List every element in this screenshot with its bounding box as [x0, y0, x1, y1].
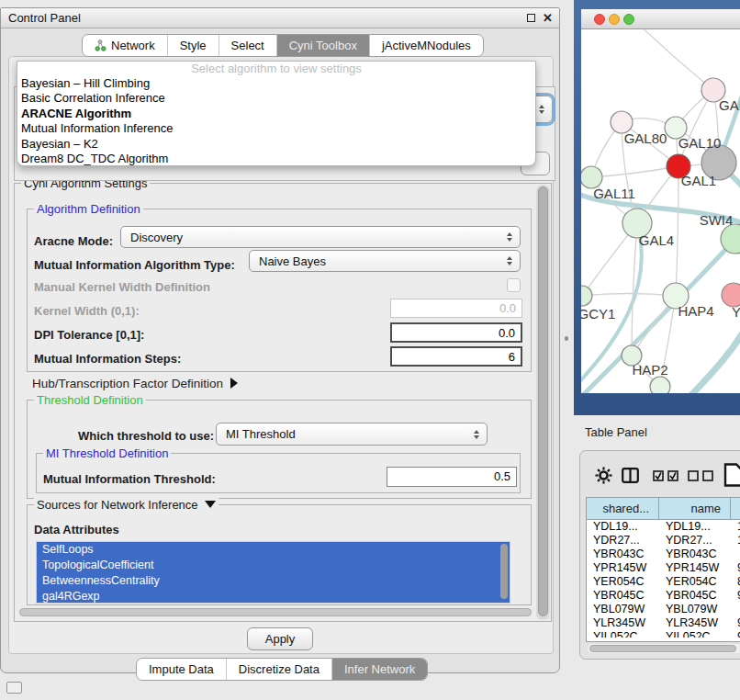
table-row[interactable]: YBR045C YBR045C 9. [587, 589, 740, 603]
hub-definition-label: Hub/Transcription Factor Definition [32, 377, 223, 390]
tab-infer-network-label: Infer Network [344, 662, 415, 676]
panel-splitter-handle[interactable] [565, 336, 568, 341]
column-header-cut[interactable] [731, 498, 740, 519]
which-threshold-select[interactable]: MI Threshold [216, 423, 488, 446]
node-bottom[interactable] [650, 377, 670, 393]
table-row[interactable]: YBR043C YBR043C [587, 548, 740, 561]
kernel-width-field[interactable]: 0.0 [390, 299, 522, 318]
minimize-traffic-light-icon[interactable] [609, 14, 620, 25]
tab-cyni-toolbox[interactable]: Cyni Toolbox [277, 35, 370, 56]
checked-boxes-icon[interactable] [653, 470, 680, 481]
data-attributes-list[interactable]: SelfLoops TopologicalCoefficient Between… [36, 541, 510, 604]
tab-network[interactable]: Network [83, 35, 168, 56]
node-label: GAL80 [624, 130, 667, 146]
table-hscrollbar[interactable] [588, 644, 740, 653]
tab-jactivemnodules-label: jActiveMNodules [382, 39, 471, 52]
node-label: GCY1 [581, 306, 615, 322]
apply-button[interactable]: Apply [247, 627, 313, 650]
node-label: GAL10 [678, 135, 722, 151]
tab-network-label: Network [111, 39, 155, 52]
dropdown-item[interactable]: Dream8 DC_TDC Algorithm [17, 152, 535, 166]
gear-icon[interactable] [595, 467, 612, 484]
zoom-traffic-light-icon[interactable] [623, 14, 634, 25]
tab-style-label: Style [180, 39, 207, 52]
cell: YBR045C [587, 589, 659, 603]
control-panel-title: Control Panel [1, 11, 81, 25]
algorithm-dropdown-popup: Select algorithm to view settings Bayesi… [17, 61, 536, 166]
cell: 9. [731, 616, 740, 630]
table-row-clipped[interactable]: YIL052C YIL052C 9. [587, 630, 740, 638]
table-row[interactable]: YER054C YER054C 8. [587, 575, 740, 589]
minimized-panel-icon[interactable] [6, 682, 22, 694]
table-row[interactable]: YBL079W YBL079W [587, 603, 740, 616]
tab-select-label: Select [231, 39, 264, 52]
aracne-mode-label: Aracne Mode: [34, 234, 113, 248]
network-node-labels: GAL GAL80 GAL10 GAL1 GAL11 GAL4 SWI4 GCY… [581, 97, 740, 378]
list-item[interactable]: gal4RGexp [37, 589, 510, 604]
list-item[interactable]: SelfLoops [37, 542, 510, 558]
node-gcy1[interactable] [581, 286, 592, 306]
table-panel-toolbar [580, 451, 740, 495]
cell: YBR043C [659, 548, 731, 561]
unchecked-boxes-icon[interactable] [688, 470, 715, 481]
list-item[interactable]: TopologicalCoefficient [37, 558, 510, 573]
tab-jactivemnodules[interactable]: jActiveMNodules [370, 35, 483, 56]
tab-discretize-data[interactable]: Discretize Data [227, 659, 332, 680]
mi-threshold-field[interactable]: 0.5 [387, 467, 517, 487]
expander-collapsed-icon [230, 378, 238, 389]
settings-scrollbar-thumb[interactable] [538, 186, 548, 616]
settings-hscrollbar-thumb[interactable] [19, 608, 532, 616]
threshold-definition-title: Threshold Definition [34, 393, 146, 407]
columns-icon[interactable] [622, 468, 639, 483]
cell: YBR043C [587, 548, 659, 561]
cell: YLR345W [659, 616, 731, 630]
cell: 8. [731, 575, 740, 589]
dropdown-item[interactable]: Bayesian – K2 [17, 137, 535, 152]
dropdown-item[interactable]: Bayesian – Hill Climbing [17, 76, 535, 91]
tab-infer-network[interactable]: Infer Network [332, 659, 427, 680]
expander-expanded-icon [205, 501, 216, 508]
mi-type-label: Mutual Information Algorithm Type: [34, 258, 235, 272]
tab-style[interactable]: Style [168, 35, 219, 56]
network-canvas[interactable]: GAL GAL80 GAL10 GAL1 GAL11 GAL4 SWI4 GCY… [581, 29, 740, 393]
cell: YPR145W [659, 561, 731, 575]
cell: YDR27... [587, 534, 659, 548]
mi-type-select[interactable]: Naive Bayes [249, 250, 521, 272]
float-window-icon[interactable] [527, 14, 535, 22]
document-icon[interactable] [723, 463, 740, 487]
algorithm-definition-title: Algorithm Definition [34, 202, 143, 216]
which-threshold-label: Which threshold to use: [78, 429, 214, 443]
aracne-mode-select[interactable]: Discovery [120, 226, 521, 248]
tab-select[interactable]: Select [219, 35, 277, 56]
mi-type-value: Naive Bayes [259, 254, 326, 268]
list-item[interactable]: BetweennessCentrality [37, 573, 510, 589]
close-icon[interactable]: ✕ [543, 12, 553, 24]
table-panel-title: Table Panel [585, 425, 647, 439]
cell: YDL19... [659, 520, 731, 534]
tab-discretize-data-label: Discretize Data [239, 662, 320, 676]
sources-group-title[interactable]: Sources for Network Inference [34, 498, 219, 512]
column-header-name[interactable]: name [659, 498, 731, 519]
tab-impute-data[interactable]: Impute Data [137, 659, 227, 680]
dropdown-item[interactable]: Mutual Information Inference [17, 121, 535, 136]
dropdown-item[interactable]: Basic Correlation Inference [17, 91, 535, 106]
attributes-scrollbar-thumb[interactable] [500, 544, 508, 599]
table-row[interactable]: YPR145W YPR145W 9. [587, 561, 740, 575]
node-label: GAL1 [681, 173, 716, 188]
manual-kernel-checkbox[interactable] [507, 278, 521, 292]
tab-impute-data-label: Impute Data [149, 662, 214, 676]
table-hscrollbar-thumb[interactable] [589, 645, 736, 652]
mi-steps-field[interactable]: 6 [390, 346, 522, 367]
column-header-shared-name[interactable]: shared... [587, 498, 659, 519]
table-row[interactable]: YDR27... YDR27... 12 [587, 534, 740, 548]
hub-definition-expander[interactable]: Hub/Transcription Factor Definition [32, 377, 238, 390]
dropdown-item-selected[interactable]: ARACNE Algorithm [17, 107, 535, 121]
desktop: Control Panel ✕ Network Style [0, 0, 740, 700]
table-row[interactable]: YDL19... YDL19... 13 [587, 520, 740, 534]
node-table: shared... name YDL19... YDL19... 13 YDR2… [586, 497, 740, 642]
dpi-tolerance-field[interactable]: 0.0 [390, 322, 522, 343]
close-traffic-light-icon[interactable] [594, 14, 605, 25]
table-row[interactable]: YLR345W YLR345W 9. [587, 616, 740, 630]
mi-threshold-group-title: MI Threshold Definition [43, 446, 171, 460]
table-body: YDL19... YDL19... 13 YDR27... YDR27... 1… [587, 520, 740, 638]
